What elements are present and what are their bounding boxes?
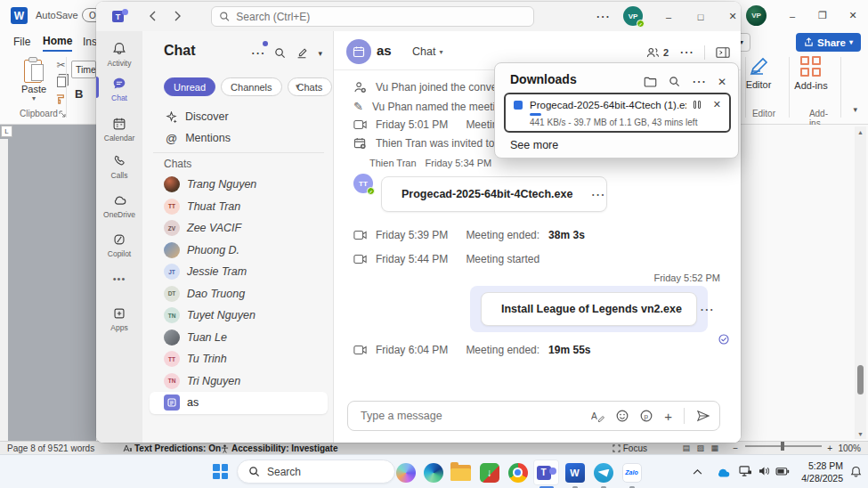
taskbar-search[interactable]: Search <box>237 460 395 484</box>
message-compose-box[interactable]: A p + <box>347 401 720 431</box>
mentions-item[interactable]: @ Mentions <box>153 127 324 149</box>
downloads-close-button[interactable]: ✕ <box>718 76 726 88</box>
filter-chats[interactable]: Chats <box>288 77 333 96</box>
taskbar-file-explorer-button[interactable] <box>448 460 474 485</box>
filters-chevron-icon[interactable]: ▾ <box>296 82 300 91</box>
word-close-button[interactable]: ✕ <box>838 0 868 31</box>
rail-item-activity[interactable]: Activity <box>96 40 142 68</box>
notifications-bell-icon[interactable] <box>850 466 862 477</box>
filter-unread[interactable]: Unread <box>164 77 215 96</box>
discover-item[interactable]: Discover <box>153 106 324 127</box>
tab-chat[interactable]: Chat ▾ <box>412 45 442 58</box>
new-chat-icon[interactable] <box>296 47 308 60</box>
taskbar-clock[interactable]: 5:28 PM 4/28/2025 <box>801 460 843 484</box>
start-button[interactable] <box>213 464 228 479</box>
tab-stop-selector[interactable]: L <box>1 126 12 137</box>
taskbar-telegram-button[interactable] <box>590 460 616 485</box>
cancel-download-button[interactable]: ✕ <box>713 99 721 110</box>
taskbar-teams-button[interactable]: T <box>533 460 559 485</box>
download-item[interactable]: Progecad-2025-64bit-4Ctech (1).exe ✕ 441… <box>504 93 731 133</box>
see-more-link[interactable]: See more <box>510 139 558 151</box>
taskbar-copilot-button[interactable] <box>393 460 418 485</box>
message-input[interactable] <box>361 410 580 422</box>
tray-chevron-up-ic[interactable] <box>693 468 702 475</box>
conversation-more-button[interactable]: ⋯ <box>679 44 694 61</box>
rail-item-apps[interactable]: Apps <box>96 305 142 332</box>
search-chats-icon[interactable] <box>274 47 286 59</box>
tab-home[interactable]: Home <box>43 31 72 52</box>
teams-close-button[interactable]: ✕ <box>718 2 741 31</box>
praise-icon[interactable]: p <box>640 410 653 422</box>
paste-button[interactable]: Paste ▾ <box>14 57 53 102</box>
rail-more-button[interactable]: ••• <box>96 273 142 284</box>
file-attachment-sent[interactable]: Install League of Legends vn2.exe ⋯ <box>481 292 697 326</box>
bold-button[interactable]: B <box>75 87 83 101</box>
chat-row-phuong-d[interactable]: Phuong D. <box>150 240 328 262</box>
chat-row-trang-nguyen[interactable]: Trang Nguyen <box>150 174 328 196</box>
rail-item-copilot[interactable]: Copilot <box>96 231 142 258</box>
word-restore-button[interactable]: ❐ <box>807 0 838 31</box>
view-web-layout-button[interactable]: ▦ <box>710 443 718 452</box>
file-more-button[interactable]: ⋯ <box>590 186 604 203</box>
scroll-up-arrow[interactable]: ▲ <box>855 126 866 137</box>
font-name-box[interactable]: Times <box>71 61 96 78</box>
chat-options-button[interactable]: ⋯ <box>250 45 264 61</box>
focus-mode-button[interactable]: Focus <box>612 443 647 453</box>
file-more-button[interactable]: ⋯ <box>700 301 714 318</box>
zoom-out-button[interactable]: − <box>733 443 738 453</box>
send-icon[interactable] <box>696 410 710 422</box>
teams-maximize-button[interactable]: □ <box>685 2 716 31</box>
back-button[interactable] <box>145 8 161 24</box>
chat-row-zee-vacif[interactable]: ZV Zee VACIF <box>150 217 328 240</box>
cut-button[interactable]: ✂ <box>56 59 65 71</box>
open-folder-icon[interactable] <box>644 76 657 87</box>
ribbon-collapse-chevron[interactable]: ▾ <box>853 105 857 114</box>
view-print-layout-button[interactable]: ▨ <box>696 443 704 452</box>
chat-row-tu-trinh[interactable]: TT Tu Trinh <box>150 348 328 370</box>
word-count[interactable]: 521 words <box>53 443 94 453</box>
teams-profile-avatar[interactable]: VP ✓ <box>623 6 643 26</box>
chat-row-jessie-tram[interactable]: JT Jessie Tram <box>150 261 328 283</box>
attach-plus-icon[interactable]: + <box>664 409 672 424</box>
titlebar-more-button[interactable]: ⋯ <box>595 8 611 24</box>
text-predictions-status[interactable]: Text Predictions: On <box>123 443 221 453</box>
chat-row-thuat-tran[interactable]: TT Thuat Tran <box>150 196 328 218</box>
addins-button[interactable]: Add-ins <box>788 56 834 91</box>
teams-search-box[interactable] <box>211 6 534 27</box>
word-profile-avatar[interactable]: VP <box>746 5 767 26</box>
chat-row-tuyet-nguyen[interactable]: TN Tuyet Nguyen <box>150 305 328 327</box>
tab-insert[interactable]: Ins <box>83 31 97 52</box>
teams-search-input[interactable] <box>236 11 526 23</box>
word-scrollbar[interactable]: ▲ ▼ <box>855 126 866 439</box>
search-downloads-icon[interactable] <box>669 76 680 87</box>
open-pane-icon[interactable] <box>716 46 730 59</box>
view-read-mode-button[interactable]: ▤ <box>682 443 690 452</box>
rail-item-onedrive[interactable]: OneDrive <box>96 191 142 219</box>
emoji-icon[interactable] <box>616 410 629 422</box>
zoom-percent[interactable]: 100% <box>838 443 861 453</box>
accessibility-status[interactable]: Accessibility: Investigate <box>221 443 338 453</box>
pause-download-button[interactable] <box>694 101 701 109</box>
chat-row-tuan-le[interactable]: Tuan Le <box>150 327 328 349</box>
downloads-more-button[interactable]: ⋯ <box>692 73 706 90</box>
chat-row-dao-truong[interactable]: DT Dao Truong <box>150 283 328 305</box>
onedrive-icon[interactable] <box>714 467 730 477</box>
forward-button[interactable] <box>169 8 185 24</box>
file-attachment-received[interactable]: Progecad-2025-64bit-4Ctech.exe ⋯ <box>381 176 607 212</box>
volume-icon[interactable] <box>758 466 770 476</box>
share-button[interactable]: Share ▾ <box>796 33 861 52</box>
format-icon[interactable]: A <box>591 411 604 422</box>
zoom-slider-thumb[interactable] <box>781 442 784 451</box>
taskbar-idm-button[interactable]: ↓ <box>476 460 502 485</box>
battery-icon[interactable] <box>775 468 790 476</box>
participants-button[interactable]: 2 <box>645 46 669 59</box>
taskbar-word-button[interactable]: W <box>562 460 588 485</box>
scroll-thumb[interactable] <box>857 365 864 394</box>
rail-item-calls[interactable]: Calls <box>96 152 142 180</box>
scroll-down-arrow[interactable]: ▼ <box>855 428 866 439</box>
chevron-down-icon[interactable]: ▾ <box>318 49 322 58</box>
taskbar-chrome-button[interactable] <box>505 460 531 485</box>
chat-row-tri-nguyen[interactable]: TN Tri Nguyen <box>150 370 328 393</box>
editor-button[interactable]: Editor <box>735 56 782 90</box>
word-app-icon[interactable]: W <box>11 7 28 24</box>
